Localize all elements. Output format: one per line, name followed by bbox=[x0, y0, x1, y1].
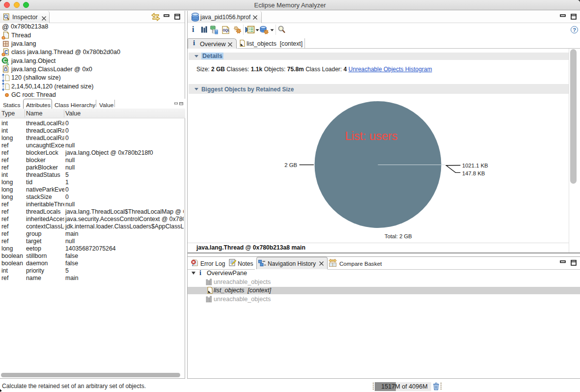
svg-text:List: users: List: users bbox=[345, 130, 397, 142]
svg-text:OQL: OQL bbox=[223, 28, 230, 32]
svg-text:s: s bbox=[6, 61, 9, 66]
